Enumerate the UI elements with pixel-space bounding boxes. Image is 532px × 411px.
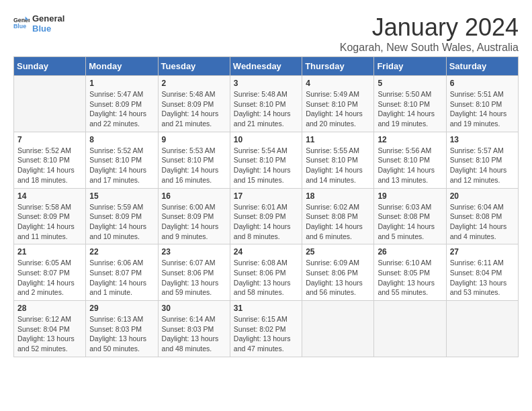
calendar-cell: 17Sunrise: 6:01 AM Sunset: 8:09 PM Dayli…	[230, 188, 302, 244]
calendar-cell: 6Sunrise: 5:51 AM Sunset: 8:10 PM Daylig…	[446, 76, 518, 132]
page-header: General Blue General Blue January 2024 K…	[13, 13, 519, 54]
day-info: Sunrise: 5:59 AM Sunset: 8:09 PM Dayligh…	[89, 202, 154, 242]
title-area: January 2024 Kogarah, New South Wales, A…	[340, 13, 519, 54]
day-number: 27	[450, 247, 515, 257]
header-tuesday: Tuesday	[158, 57, 230, 76]
day-number: 28	[17, 304, 82, 313]
day-info: Sunrise: 5:52 AM Sunset: 8:10 PM Dayligh…	[89, 146, 154, 185]
day-info: Sunrise: 5:56 AM Sunset: 8:10 PM Dayligh…	[378, 146, 442, 185]
header-monday: Monday	[86, 57, 158, 76]
calendar-title: January 2024	[340, 13, 519, 42]
day-number: 31	[234, 304, 298, 313]
logo-line1: General	[32, 13, 64, 24]
calendar-cell	[446, 301, 518, 357]
calendar-cell: 8Sunrise: 5:52 AM Sunset: 8:10 PM Daylig…	[86, 132, 158, 188]
day-number: 9	[162, 135, 226, 144]
calendar-cell: 12Sunrise: 5:56 AM Sunset: 8:10 PM Dayli…	[374, 132, 446, 188]
day-info: Sunrise: 6:03 AM Sunset: 8:08 PM Dayligh…	[378, 202, 442, 242]
calendar-cell: 11Sunrise: 5:55 AM Sunset: 8:10 PM Dayli…	[302, 132, 374, 188]
calendar-cell: 16Sunrise: 6:00 AM Sunset: 8:09 PM Dayli…	[158, 188, 230, 244]
day-number: 30	[162, 304, 226, 313]
day-number: 17	[234, 191, 298, 201]
day-info: Sunrise: 5:47 AM Sunset: 8:09 PM Dayligh…	[89, 89, 154, 129]
calendar-cell: 30Sunrise: 6:14 AM Sunset: 8:03 PM Dayli…	[158, 301, 230, 357]
day-info: Sunrise: 6:01 AM Sunset: 8:09 PM Dayligh…	[234, 202, 298, 242]
day-info: Sunrise: 6:07 AM Sunset: 8:06 PM Dayligh…	[162, 258, 226, 298]
day-number: 10	[234, 135, 298, 144]
day-number: 16	[162, 191, 226, 201]
calendar-cell	[302, 301, 374, 357]
header-wednesday: Wednesday	[230, 57, 302, 76]
day-number: 4	[306, 79, 370, 88]
day-info: Sunrise: 5:50 AM Sunset: 8:10 PM Dayligh…	[378, 89, 442, 129]
week-row-5: 28Sunrise: 6:12 AM Sunset: 8:04 PM Dayli…	[14, 301, 519, 357]
calendar-cell: 25Sunrise: 6:09 AM Sunset: 8:06 PM Dayli…	[302, 244, 374, 301]
day-number: 25	[306, 247, 370, 257]
day-info: Sunrise: 6:13 AM Sunset: 8:03 PM Dayligh…	[89, 314, 154, 354]
calendar-cell: 9Sunrise: 5:53 AM Sunset: 8:10 PM Daylig…	[158, 132, 230, 188]
svg-text:General: General	[13, 17, 30, 24]
day-info: Sunrise: 6:00 AM Sunset: 8:09 PM Dayligh…	[162, 202, 226, 242]
day-info: Sunrise: 5:49 AM Sunset: 8:10 PM Dayligh…	[306, 89, 370, 129]
calendar-cell: 27Sunrise: 6:11 AM Sunset: 8:04 PM Dayli…	[446, 244, 518, 301]
day-number: 20	[450, 191, 515, 201]
day-number: 14	[17, 191, 82, 201]
day-number: 24	[234, 247, 298, 257]
calendar-cell: 5Sunrise: 5:50 AM Sunset: 8:10 PM Daylig…	[374, 76, 446, 132]
day-number: 6	[450, 79, 515, 88]
day-info: Sunrise: 6:14 AM Sunset: 8:03 PM Dayligh…	[162, 314, 226, 354]
day-info: Sunrise: 6:10 AM Sunset: 8:05 PM Dayligh…	[378, 258, 442, 298]
day-number: 7	[17, 135, 82, 144]
day-info: Sunrise: 5:48 AM Sunset: 8:09 PM Dayligh…	[162, 89, 226, 129]
header-sunday: Sunday	[14, 57, 86, 76]
calendar-cell: 14Sunrise: 5:58 AM Sunset: 8:09 PM Dayli…	[14, 188, 86, 244]
header-thursday: Thursday	[302, 57, 374, 76]
day-info: Sunrise: 6:08 AM Sunset: 8:06 PM Dayligh…	[234, 258, 298, 298]
calendar-cell: 22Sunrise: 6:06 AM Sunset: 8:07 PM Dayli…	[86, 244, 158, 301]
calendar-cell: 31Sunrise: 6:15 AM Sunset: 8:02 PM Dayli…	[230, 301, 302, 357]
day-info: Sunrise: 6:12 AM Sunset: 8:04 PM Dayligh…	[17, 314, 82, 354]
day-info: Sunrise: 5:53 AM Sunset: 8:10 PM Dayligh…	[162, 146, 226, 185]
day-info: Sunrise: 5:52 AM Sunset: 8:10 PM Dayligh…	[17, 146, 82, 185]
day-number: 2	[162, 79, 226, 88]
calendar-table: SundayMondayTuesdayWednesdayThursdayFrid…	[13, 56, 519, 357]
day-info: Sunrise: 5:57 AM Sunset: 8:10 PM Dayligh…	[450, 146, 515, 185]
day-number: 11	[306, 135, 370, 144]
calendar-cell: 29Sunrise: 6:13 AM Sunset: 8:03 PM Dayli…	[86, 301, 158, 357]
week-row-3: 14Sunrise: 5:58 AM Sunset: 8:09 PM Dayli…	[14, 188, 519, 244]
calendar-cell: 15Sunrise: 5:59 AM Sunset: 8:09 PM Dayli…	[86, 188, 158, 244]
day-number: 18	[306, 191, 370, 201]
calendar-cell: 28Sunrise: 6:12 AM Sunset: 8:04 PM Dayli…	[14, 301, 86, 357]
week-row-4: 21Sunrise: 6:05 AM Sunset: 8:07 PM Dayli…	[14, 244, 519, 301]
day-info: Sunrise: 5:48 AM Sunset: 8:10 PM Dayligh…	[234, 89, 298, 129]
logo-line2: Blue	[32, 24, 64, 34]
day-number: 3	[234, 79, 298, 88]
day-number: 15	[89, 191, 154, 201]
calendar-cell: 10Sunrise: 5:54 AM Sunset: 8:10 PM Dayli…	[230, 132, 302, 188]
calendar-cell: 13Sunrise: 5:57 AM Sunset: 8:10 PM Dayli…	[446, 132, 518, 188]
day-info: Sunrise: 6:05 AM Sunset: 8:07 PM Dayligh…	[17, 258, 82, 298]
calendar-cell: 20Sunrise: 6:04 AM Sunset: 8:08 PM Dayli…	[446, 188, 518, 244]
calendar-cell: 21Sunrise: 6:05 AM Sunset: 8:07 PM Dayli…	[14, 244, 86, 301]
day-info: Sunrise: 5:54 AM Sunset: 8:10 PM Dayligh…	[234, 146, 298, 185]
day-number: 12	[378, 135, 442, 144]
calendar-cell: 26Sunrise: 6:10 AM Sunset: 8:05 PM Dayli…	[374, 244, 446, 301]
day-number: 26	[378, 247, 442, 257]
calendar-cell: 1Sunrise: 5:47 AM Sunset: 8:09 PM Daylig…	[86, 76, 158, 132]
day-info: Sunrise: 6:15 AM Sunset: 8:02 PM Dayligh…	[234, 314, 298, 354]
header-saturday: Saturday	[446, 57, 518, 76]
day-info: Sunrise: 6:06 AM Sunset: 8:07 PM Dayligh…	[89, 258, 154, 298]
day-number: 5	[378, 79, 442, 88]
header-friday: Friday	[374, 57, 446, 76]
day-number: 21	[17, 247, 82, 257]
calendar-cell: 19Sunrise: 6:03 AM Sunset: 8:08 PM Dayli…	[374, 188, 446, 244]
calendar-cell: 18Sunrise: 6:02 AM Sunset: 8:08 PM Dayli…	[302, 188, 374, 244]
calendar-cell: 2Sunrise: 5:48 AM Sunset: 8:09 PM Daylig…	[158, 76, 230, 132]
day-number: 19	[378, 191, 442, 201]
day-number: 22	[89, 247, 154, 257]
day-info: Sunrise: 5:51 AM Sunset: 8:10 PM Dayligh…	[450, 89, 515, 129]
day-info: Sunrise: 6:11 AM Sunset: 8:04 PM Dayligh…	[450, 258, 515, 298]
calendar-cell	[14, 76, 86, 132]
svg-text:Blue: Blue	[13, 23, 26, 30]
day-number: 13	[450, 135, 515, 144]
